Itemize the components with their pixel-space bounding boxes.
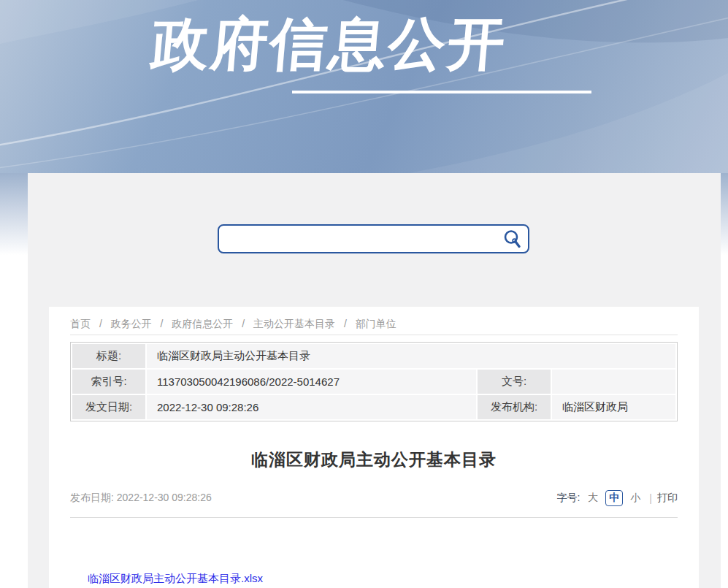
meta-value-agency: 临淄区财政局 xyxy=(552,395,675,419)
meta-label-agency: 发布机构: xyxy=(478,395,551,419)
attachment-row: 临淄区财政局主动公开基本目录.xlsx xyxy=(70,572,678,586)
banner-title: 政府信息公开 xyxy=(149,10,510,79)
breadcrumb-divider xyxy=(70,335,678,335)
table-row: 标题: 临淄区财政局主动公开基本目录 xyxy=(72,344,675,368)
search-button[interactable] xyxy=(496,226,528,252)
meta-value-docnumber xyxy=(552,370,675,394)
meta-value-title: 临淄区财政局主动公开基本目录 xyxy=(147,344,675,368)
breadcrumb-xinxigongkai[interactable]: 政府信息公开 xyxy=(172,318,233,329)
breadcrumb-separator: / xyxy=(242,318,245,329)
meta-label-docnumber: 文号: xyxy=(478,370,551,394)
font-size-small-button[interactable]: 小 xyxy=(630,492,640,505)
breadcrumb-home[interactable]: 首页 xyxy=(70,318,91,329)
controls-separator: | xyxy=(649,492,652,504)
meta-label-issuedate: 发文日期: xyxy=(72,395,145,419)
meta-value-index: 113703050042196086/2022-5014627 xyxy=(147,370,476,394)
breadcrumb-zhengwu[interactable]: 政务公开 xyxy=(111,318,152,329)
publish-date-value: 2022-12-30 09:28:26 xyxy=(117,492,212,503)
breadcrumb-separator: / xyxy=(161,318,164,329)
article-byline: 发布日期: 2022-12-30 09:28:26 字号: 大 中 小 | 打印 xyxy=(70,490,678,506)
font-size-controls: 字号: 大 中 小 | 打印 xyxy=(556,490,678,506)
font-size-medium-button[interactable]: 中 xyxy=(605,490,623,506)
font-size-label: 字号: xyxy=(556,492,580,505)
attachment-link[interactable]: 临淄区财政局主动公开基本目录.xlsx xyxy=(88,572,263,584)
breadcrumb-bumen[interactable]: 部门单位 xyxy=(356,318,396,329)
page-banner: 政府信息公开 xyxy=(0,0,728,173)
search-bar xyxy=(218,224,529,253)
breadcrumb-separator: / xyxy=(99,318,102,329)
breadcrumb-separator: / xyxy=(344,318,347,329)
content-panel: 首页 / 政务公开 / 政府信息公开 / 主动公开基本目录 / 部门单位 标题:… xyxy=(49,307,699,588)
breadcrumb: 首页 / 政务公开 / 政府信息公开 / 主动公开基本目录 / 部门单位 xyxy=(70,316,678,335)
meta-value-issuedate: 2022-12-30 09:28:26 xyxy=(147,395,476,419)
article-title: 临淄区财政局主动公开基本目录 xyxy=(70,448,678,471)
breadcrumb-mulu[interactable]: 主动公开基本目录 xyxy=(253,318,335,329)
search-input[interactable] xyxy=(219,226,496,252)
meta-label-index: 索引号: xyxy=(72,370,145,394)
document-meta-table: 标题: 临淄区财政局主动公开基本目录 索引号: 1137030500421960… xyxy=(70,342,678,421)
publish-date: 发布日期: 2022-12-30 09:28:26 xyxy=(70,492,212,505)
main-card: 首页 / 政务公开 / 政府信息公开 / 主动公开基本目录 / 部门单位 标题:… xyxy=(28,173,721,588)
table-row: 发文日期: 2022-12-30 09:28:26 发布机构: 临淄区财政局 xyxy=(72,395,675,419)
font-size-large-button[interactable]: 大 xyxy=(588,492,598,505)
meta-label-title: 标题: xyxy=(72,344,145,368)
publish-date-label: 发布日期: xyxy=(70,492,114,503)
search-icon xyxy=(502,229,522,249)
byline-divider xyxy=(70,517,678,518)
print-button[interactable]: 打印 xyxy=(657,492,678,505)
table-row: 索引号: 113703050042196086/2022-5014627 文号: xyxy=(72,370,675,394)
banner-title-underline xyxy=(292,91,591,93)
